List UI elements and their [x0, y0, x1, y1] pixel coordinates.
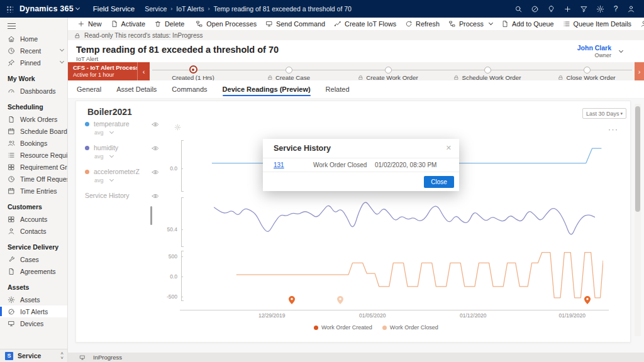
tab-asset-details[interactable]: Asset Details [116, 85, 157, 98]
bpf-next-chevron[interactable]: › [635, 62, 644, 80]
dialog-close-button[interactable]: Close [424, 176, 454, 188]
sidebar-item-devices[interactable]: Devices [0, 317, 67, 329]
breadcrumb-item[interactable]: Temp reading of 81 exceeded a threshold … [213, 5, 352, 13]
bpf-stage-strip: Created (1 Hrs)Create CaseCreate Work Or… [150, 62, 635, 80]
sidebar-item-cases[interactable]: Cases [0, 253, 67, 265]
visibility-eye-icon[interactable] [152, 121, 159, 128]
work-order-closed-pin-icon[interactable] [337, 295, 343, 304]
plus-icon[interactable] [564, 5, 572, 13]
tab-device-readings-preview-[interactable]: Device Readings (Preview) [223, 85, 311, 98]
command-new[interactable]: New [73, 20, 106, 28]
breadcrumb-item[interactable]: IoT Alerts [176, 5, 204, 13]
command-bar: NewActivateDeleteOpen ProcessesSend Comm… [68, 18, 644, 31]
stage-circle-icon[interactable] [385, 67, 392, 74]
owner-field[interactable]: John Clark Owner [577, 44, 611, 58]
x-axis-date-label: 01/12/2020 [460, 312, 487, 319]
work-order-id-link[interactable]: 131 [274, 162, 284, 168]
bpf-process-status: Active for 1 hour [73, 72, 137, 78]
stage-circle-icon[interactable] [286, 67, 292, 74]
date-range-value: Last 30 Days [586, 111, 619, 117]
status-form-icon [79, 354, 86, 361]
command-process[interactable]: Process [444, 20, 497, 28]
x-axis-date-label: 01/19/2020 [558, 312, 586, 319]
stage-circle-icon[interactable] [484, 67, 491, 74]
bpf-stage-create-case[interactable]: Create Case [242, 62, 336, 81]
sidebar-item-time-entries[interactable]: Time Entries [0, 185, 67, 197]
sidebar-item-work-orders[interactable]: Work Orders [0, 113, 67, 125]
sidebar-item-dashboards[interactable]: Dashboards [0, 85, 67, 97]
accelerometerz-line-chart [196, 251, 603, 301]
funnel-icon[interactable] [580, 5, 588, 13]
pin-icon [8, 59, 15, 67]
bpf-stage-created-1-hrs-[interactable]: Created (1 Hrs) [146, 62, 240, 81]
sidebar-item-time-off-requests[interactable]: Time Off Requests [0, 173, 67, 185]
command-label: Activate [121, 20, 145, 28]
person-icon[interactable] [627, 5, 635, 13]
gear-icon [8, 296, 15, 304]
breadcrumb-item[interactable]: Service [145, 5, 167, 13]
sidebar-item-agreements[interactable]: Agreements [0, 265, 67, 277]
gear-icon[interactable] [596, 5, 604, 13]
bulb-icon[interactable] [547, 5, 555, 13]
trash-icon [154, 20, 162, 28]
content-scrollbar[interactable] [635, 104, 641, 336]
command-queue-item-details[interactable]: Queue Item Details [558, 20, 636, 28]
legend-color-dot [382, 326, 387, 330]
target-icon[interactable] [531, 5, 539, 13]
search-icon[interactable] [514, 5, 523, 13]
tab-commands[interactable]: Commands [172, 85, 207, 98]
sidebar-item-iot-alerts[interactable]: IoT Alerts [0, 305, 67, 317]
tab-general[interactable]: General [77, 85, 101, 98]
stage-circle-icon[interactable] [584, 67, 591, 74]
sidebar-item-bookings[interactable]: Bookings [0, 137, 67, 149]
command-refresh[interactable]: Refresh [401, 20, 444, 28]
sidebar-item-home[interactable]: Home [0, 33, 67, 45]
sidebar-item-pinned[interactable]: Pinned [0, 57, 67, 69]
command-delete[interactable]: Delete [150, 20, 189, 28]
command-activate[interactable]: Activate [106, 20, 150, 28]
work-order-legend: Work Order CreatedWork Order Closed [314, 324, 438, 331]
series-name-text: accelerometerZ [94, 168, 140, 175]
sidebar-item-schedule-board[interactable]: Schedule Board [0, 125, 67, 137]
chevron-down-icon [109, 177, 113, 181]
environment-name[interactable]: Field Service [93, 5, 135, 13]
dialog-close-x-icon[interactable]: ✕ [446, 144, 452, 152]
header-chevron-down-icon[interactable] [619, 48, 623, 53]
bpf-stage-schedule-work-order[interactable]: Schedule Work Order [440, 62, 535, 81]
sidebar-item-assets[interactable]: Assets [0, 293, 67, 305]
area-updown-icon: ˄˅ [60, 351, 64, 360]
area-switcher[interactable]: S Service ˄˅ [0, 349, 68, 362]
work-order-created-pin-icon[interactable] [584, 295, 591, 304]
sidebar-section-header: Scheduling [0, 97, 67, 113]
sidebar-section-header: Service Delivery [0, 237, 67, 253]
active-stage-bullseye-icon[interactable] [189, 65, 197, 74]
app-title[interactable]: Dynamics 365 [19, 4, 74, 13]
work-order-created-pin-icon[interactable] [289, 295, 295, 304]
date-range-select[interactable]: Last 30 Days ▾ [582, 108, 626, 119]
sidebar-item-requirement-groups[interactable]: Requirement Groups [0, 161, 67, 173]
command-create-iot-flows[interactable]: Create IoT Flows [330, 20, 401, 28]
tab-related[interactable]: Related [326, 85, 350, 98]
command-add-to-queue[interactable]: Add to Queue [497, 20, 558, 28]
chart-settings-gear-icon[interactable] [174, 124, 181, 131]
readonly-banner-text: Read-only This record's status: InProgre… [84, 32, 203, 39]
sidebar-item-accounts[interactable]: Accounts [0, 213, 67, 225]
bpf-process-badge[interactable]: CFS - IoT Alert Process Fl... Active for… [68, 62, 137, 80]
command-assign[interactable]: Assign [636, 20, 644, 28]
command-open-processes[interactable]: Open Processes [191, 20, 261, 28]
help-icon[interactable]: ? [613, 5, 619, 13]
sidebar-item-recent[interactable]: Recent [0, 45, 67, 57]
series-aggregation-select[interactable]: avg [94, 129, 173, 136]
lock-icon [358, 75, 364, 80]
sitemap-collapse-icon[interactable] [8, 23, 16, 29]
command-send-command[interactable]: Send Command [261, 20, 330, 28]
bpf-stage-close-work-order[interactable]: Close Work Order [540, 62, 634, 81]
content-scrollbar-thumb[interactable] [635, 106, 640, 212]
calendar-icon [8, 128, 15, 135]
owner-name-link[interactable]: John Clark [577, 44, 611, 52]
panel-more-icon[interactable]: ··· [608, 125, 619, 134]
sidebar-item-contacts[interactable]: Contacts [0, 225, 67, 237]
sidebar-item-resource-requireme-[interactable]: Resource Requireme... [0, 149, 67, 161]
app-launcher-waffle-icon[interactable] [6, 6, 13, 13]
bpf-stage-create-work-order[interactable]: Create Work Order [341, 62, 435, 81]
